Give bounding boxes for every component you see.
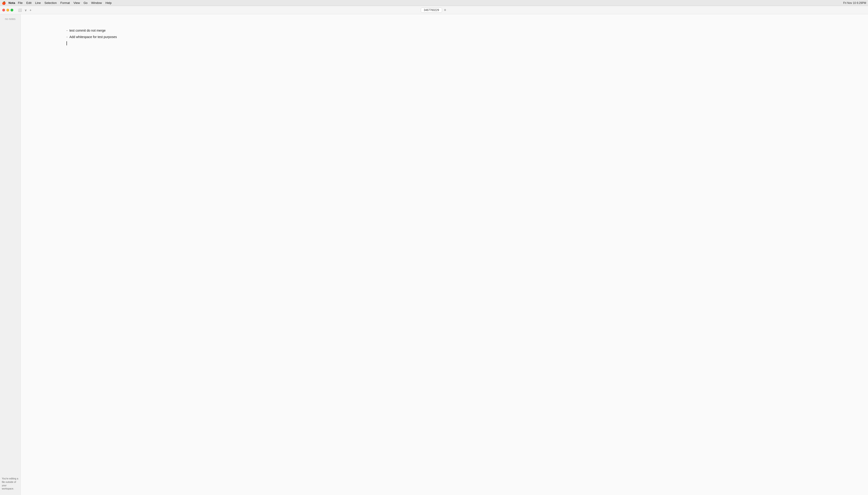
text-cursor	[66, 41, 67, 45]
menu-go[interactable]: Go	[82, 1, 89, 5]
menubar: 🍎 Nota File Edit Line Selection Format V…	[0, 0, 868, 6]
sidebar-footer-message: You're editing a file outside of your wo…	[2, 477, 19, 493]
menu-selection[interactable]: Selection	[43, 1, 59, 5]
apple-menu[interactable]: 🍎	[2, 1, 6, 5]
editor-content[interactable]: - test commit do not merge - Add whitesp…	[21, 14, 868, 495]
main-layout: no notes You're editing a file outside o…	[0, 14, 868, 495]
bullet-dash-2: -	[66, 34, 68, 39]
active-tab[interactable]: 3467760229	[421, 7, 442, 13]
menubar-right: Fri Nov 10 6:29PM	[843, 1, 866, 4]
sidebar: no notes You're editing a file outside o…	[0, 14, 21, 495]
menu-edit[interactable]: Edit	[24, 1, 33, 5]
bullet-text-1: test commit do not merge	[69, 28, 106, 33]
window-chrome: ⬜ ∨ + 3467760229 +	[0, 6, 868, 14]
editor-area[interactable]: - test commit do not merge - Add whitesp…	[21, 14, 868, 495]
menu-window[interactable]: Window	[89, 1, 104, 5]
close-button[interactable]	[2, 9, 5, 12]
menubar-datetime: Fri Nov 10 6:29PM	[843, 1, 866, 4]
bullet-item-2: - Add whitespace for test purposes	[66, 34, 822, 39]
menu-line[interactable]: Line	[33, 1, 43, 5]
no-notes-label: no notes	[2, 17, 19, 21]
traffic-lights	[2, 9, 13, 12]
collapse-sidebar-icon[interactable]: ⬜	[17, 8, 23, 12]
app-name[interactable]: Nota	[9, 1, 15, 4]
add-tab-button[interactable]: +	[443, 8, 447, 13]
maximize-button[interactable]	[11, 9, 13, 12]
navigate-back-icon[interactable]: ∨	[23, 8, 28, 12]
tab-title: 3467760229	[424, 8, 439, 12]
cursor-line	[66, 41, 822, 45]
minimize-button[interactable]	[6, 9, 9, 12]
menu-help[interactable]: Help	[104, 1, 114, 5]
bullet-text-2: Add whitespace for test purposes	[69, 34, 117, 39]
window-controls-right: ⬜ ∨ +	[17, 8, 32, 12]
add-note-icon[interactable]: +	[29, 8, 32, 12]
bullet-item-1: - test commit do not merge	[66, 28, 822, 33]
menu-file[interactable]: File	[16, 1, 24, 5]
menu-view[interactable]: View	[71, 1, 82, 5]
menu-format[interactable]: Format	[59, 1, 71, 5]
bullet-dash-1: -	[66, 28, 68, 33]
